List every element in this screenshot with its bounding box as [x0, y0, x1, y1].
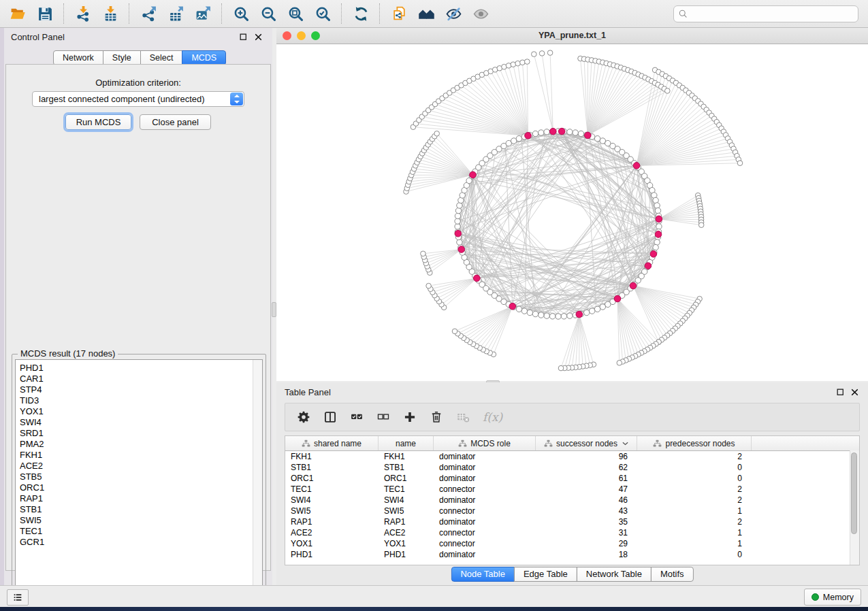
zoom-selected-button[interactable] [309, 2, 336, 25]
tab-motifs[interactable]: Motifs [651, 567, 694, 582]
network-graph[interactable] [276, 44, 868, 381]
mcds-result-item[interactable]: SWI5 [20, 515, 262, 526]
tab-network-table[interactable]: Network Table [577, 567, 652, 582]
toolbar-separator [379, 3, 381, 24]
table-scrollbar[interactable] [850, 450, 859, 565]
import-network-button[interactable] [69, 2, 97, 25]
export-image-button[interactable] [189, 2, 216, 25]
column-header-MCDS-role[interactable]: MCDS role [434, 436, 536, 450]
network-title: YPA_prune.txt_1 [276, 31, 868, 40]
mcds-result-item[interactable]: GCR1 [20, 537, 262, 548]
column-label: shared name [314, 439, 361, 448]
save-session-button[interactable] [31, 2, 59, 25]
column-header-name[interactable]: name [379, 436, 434, 450]
add-column-button[interactable] [400, 407, 420, 427]
mcds-result-item[interactable]: PMA2 [20, 439, 262, 450]
close-icon[interactable] [254, 33, 263, 42]
refresh-button[interactable] [347, 2, 374, 25]
select-stepper-icon [230, 93, 243, 105]
search-input[interactable] [673, 5, 858, 22]
network-canvas[interactable] [276, 44, 868, 381]
float-icon[interactable] [836, 388, 845, 397]
mcds-result-item[interactable]: SWI4 [20, 417, 262, 428]
mcds-result-item[interactable]: TID3 [20, 395, 262, 406]
mcds-result-item[interactable]: ACE2 [20, 461, 262, 472]
show-all-button[interactable] [467, 2, 494, 25]
columns-button[interactable] [320, 407, 340, 427]
cell-MCDS-role: connector [434, 484, 536, 495]
memory-label: Memory [823, 593, 854, 602]
mcds-result-item[interactable]: STB5 [20, 472, 262, 482]
table-row[interactable]: ORC1ORC1dominator610 [285, 473, 859, 484]
mcds-result-list[interactable]: PHD1CAR1STP4TID3YOX1SWI4SRD1PMA2FKH1ACE2… [15, 359, 263, 604]
table-scrollbar-thumb[interactable] [851, 452, 857, 534]
table-body: FKH1FKH1dominator962STB1STB1dominator620… [285, 451, 859, 560]
cell-MCDS-role: dominator [434, 495, 536, 506]
toolbar-icon-groups [4, 2, 494, 25]
new-network-from-selection-button[interactable] [385, 2, 413, 25]
task-history-button[interactable] [7, 589, 29, 606]
float-icon[interactable] [239, 33, 248, 42]
column-header-shared-name[interactable]: shared name [285, 436, 379, 450]
table-row[interactable]: YOX1YOX1connector291 [285, 538, 859, 549]
close-icon[interactable] [850, 388, 859, 397]
control-panel-titlebar: Control Panel [4, 28, 272, 46]
table-row[interactable]: ACE2ACE2connector311 [285, 527, 859, 538]
column-type-icon [653, 440, 662, 447]
application-window: Control Panel NetworkStyleSelectMCDS Opt… [0, 0, 868, 607]
table-row[interactable]: SWI4SWI4dominator462 [285, 495, 859, 506]
table-row[interactable]: RAP1RAP1dominator352 [285, 516, 859, 527]
column-header-predecessor-nodes[interactable]: predecessor nodes [637, 436, 752, 450]
export-network-button[interactable] [135, 2, 162, 25]
mcds-result-item[interactable]: TEC1 [20, 526, 262, 537]
table-row[interactable]: STB1STB1dominator620 [285, 462, 859, 473]
mcds-result-item[interactable]: CAR1 [20, 374, 262, 384]
table-row[interactable]: SWI5SWI5connector431 [285, 506, 859, 516]
tab-style[interactable]: Style [103, 50, 141, 65]
zoom-out-button[interactable] [255, 2, 282, 25]
result-list-scrollbar[interactable] [253, 360, 262, 603]
mcds-result-item[interactable]: FKH1 [20, 450, 262, 461]
open-folder-button[interactable] [4, 2, 31, 25]
table-row[interactable]: FKH1FKH1dominator962 [285, 451, 859, 462]
mcds-result-item[interactable]: YOX1 [20, 406, 262, 417]
vertical-splitter-grip[interactable] [272, 302, 276, 317]
run-mcds-button[interactable]: Run MCDS [65, 114, 131, 130]
cell-predecessor-nodes: 1 [637, 506, 752, 516]
tab-node-table[interactable]: Node Table [451, 567, 515, 582]
network-window: YPA_prune.txt_1 [276, 28, 868, 381]
table-row[interactable]: PHD1PHD1dominator180 [285, 549, 859, 560]
cell-MCDS-role: dominator [434, 473, 536, 484]
column-header-successor-nodes[interactable]: successor nodes [536, 436, 637, 450]
cell-MCDS-role: connector [434, 527, 536, 538]
deselect-all-checks-button[interactable] [373, 407, 393, 427]
mcds-result-item[interactable]: SRD1 [20, 428, 262, 439]
mcds-result-item[interactable]: ORC1 [20, 482, 262, 493]
export-table-button[interactable] [162, 2, 189, 25]
criterion-select[interactable]: largest connected component (undirected) [32, 91, 244, 107]
memory-button[interactable]: Memory [804, 589, 861, 606]
zoom-in-button[interactable] [227, 2, 255, 25]
network-window-titlebar: YPA_prune.txt_1 [276, 28, 868, 44]
mcds-result-item[interactable]: STP4 [20, 384, 262, 395]
mcds-result-item[interactable]: PHD1 [20, 363, 262, 374]
column-label: successor nodes [556, 439, 617, 448]
tab-network[interactable]: Network [53, 50, 103, 65]
first-neighbors-button[interactable] [413, 2, 440, 25]
mcds-result-item[interactable]: STB1 [20, 504, 262, 515]
cell-successor-nodes: 18 [536, 549, 637, 560]
table-row[interactable]: TEC1TEC1connector472 [285, 484, 859, 495]
import-table-button[interactable] [97, 2, 124, 25]
gear-button[interactable] [293, 407, 314, 427]
close-panel-button[interactable]: Close panel [140, 114, 211, 130]
criterion-selected-value: largest connected component (undirected) [33, 94, 230, 104]
mcds-result-item[interactable]: RAP1 [20, 493, 262, 504]
tab-edge-table[interactable]: Edge Table [514, 567, 577, 582]
select-all-checks-button[interactable] [347, 407, 367, 427]
tab-mcds[interactable]: MCDS [182, 50, 226, 65]
hide-selected-button[interactable] [440, 2, 467, 25]
search-box [673, 5, 858, 22]
zoom-fit-button[interactable] [282, 2, 309, 25]
delete-column-button[interactable] [426, 407, 447, 427]
tab-select[interactable]: Select [140, 50, 183, 65]
